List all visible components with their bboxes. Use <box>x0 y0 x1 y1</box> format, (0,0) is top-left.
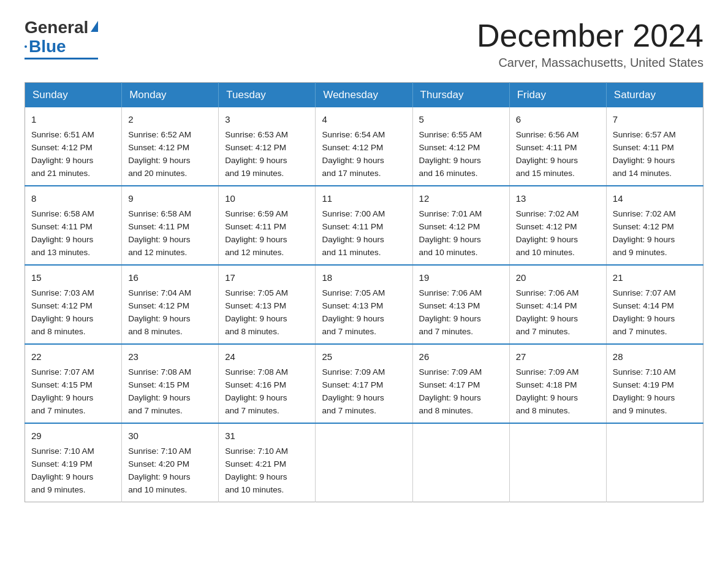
calendar-table: SundayMondayTuesdayWednesdayThursdayFrid… <box>25 82 703 502</box>
daylight-minutes: and 7 minutes. <box>419 327 474 336</box>
calendar-week-row: 29 Sunrise: 7:10 AM Sunset: 4:19 PM Dayl… <box>25 423 703 502</box>
location-label: Carver, Massachusetts, United States <box>477 56 703 70</box>
logo-triangle-icon <box>91 21 98 32</box>
sunrise-label: Sunrise: 7:06 AM <box>516 288 579 297</box>
weekday-header-friday: Friday <box>509 83 606 108</box>
sunrise-label: Sunrise: 7:07 AM <box>613 288 676 297</box>
daylight-label: Daylight: 9 hours <box>613 156 675 165</box>
sunset-label: Sunset: 4:19 PM <box>31 459 93 469</box>
sunrise-label: Sunrise: 6:54 AM <box>322 130 385 139</box>
sunset-label: Sunset: 4:16 PM <box>225 380 286 389</box>
sunrise-label: Sunrise: 6:56 AM <box>516 130 579 139</box>
calendar-cell: 11 Sunrise: 7:00 AM Sunset: 4:11 PM Dayl… <box>316 186 412 265</box>
calendar-cell: 10 Sunrise: 6:59 AM Sunset: 4:11 PM Dayl… <box>219 186 316 265</box>
sunset-label: Sunset: 4:20 PM <box>128 459 189 469</box>
sunrise-label: Sunrise: 6:51 AM <box>31 130 94 139</box>
day-number: 27 <box>516 350 600 364</box>
sunrise-label: Sunrise: 7:10 AM <box>128 446 191 456</box>
calendar-cell: 4 Sunrise: 6:54 AM Sunset: 4:12 PM Dayli… <box>316 107 412 186</box>
calendar-cell: 30 Sunrise: 7:10 AM Sunset: 4:20 PM Dayl… <box>122 423 219 502</box>
sunset-label: Sunset: 4:11 PM <box>225 222 286 231</box>
sunset-label: Sunset: 4:14 PM <box>613 301 674 310</box>
daylight-label: Daylight: 9 hours <box>128 235 190 244</box>
day-number: 11 <box>322 191 406 205</box>
sunset-label: Sunset: 4:15 PM <box>31 380 93 389</box>
daylight-minutes: and 7 minutes. <box>31 406 86 415</box>
daylight-minutes: and 13 minutes. <box>31 248 90 257</box>
day-number: 25 <box>322 350 406 364</box>
calendar-cell: 5 Sunrise: 6:55 AM Sunset: 4:12 PM Dayli… <box>412 107 509 186</box>
calendar-cell: 21 Sunrise: 7:07 AM Sunset: 4:14 PM Dayl… <box>606 265 703 344</box>
sunset-label: Sunset: 4:19 PM <box>613 380 674 389</box>
calendar-cell: 1 Sunrise: 6:51 AM Sunset: 4:12 PM Dayli… <box>25 107 122 186</box>
sunrise-label: Sunrise: 7:06 AM <box>419 288 482 297</box>
sunset-label: Sunset: 4:11 PM <box>128 222 189 231</box>
daylight-label: Daylight: 9 hours <box>419 156 481 165</box>
calendar-cell: 25 Sunrise: 7:09 AM Sunset: 4:17 PM Dayl… <box>316 344 412 423</box>
daylight-minutes: and 10 minutes. <box>225 485 284 494</box>
daylight-minutes: and 20 minutes. <box>128 169 187 178</box>
sunset-label: Sunset: 4:17 PM <box>322 380 383 389</box>
daylight-label: Daylight: 9 hours <box>322 314 384 323</box>
sunrise-label: Sunrise: 7:04 AM <box>128 288 191 297</box>
sunset-label: Sunset: 4:17 PM <box>419 380 480 389</box>
day-number: 14 <box>613 191 697 205</box>
sunrise-label: Sunrise: 7:00 AM <box>322 209 385 218</box>
calendar-cell: 22 Sunrise: 7:07 AM Sunset: 4:15 PM Dayl… <box>25 344 122 423</box>
day-number: 23 <box>128 350 212 364</box>
calendar-cell: 19 Sunrise: 7:06 AM Sunset: 4:13 PM Dayl… <box>412 265 509 344</box>
weekday-header-sunday: Sunday <box>25 83 122 108</box>
calendar-cell: 8 Sunrise: 6:58 AM Sunset: 4:11 PM Dayli… <box>25 186 122 265</box>
daylight-label: Daylight: 9 hours <box>419 235 481 244</box>
calendar-week-row: 22 Sunrise: 7:07 AM Sunset: 4:15 PM Dayl… <box>25 344 703 423</box>
calendar-cell <box>606 423 703 502</box>
sunset-label: Sunset: 4:14 PM <box>516 301 577 310</box>
calendar-cell: 2 Sunrise: 6:52 AM Sunset: 4:12 PM Dayli… <box>122 107 219 186</box>
sunset-label: Sunset: 4:12 PM <box>128 143 189 152</box>
daylight-label: Daylight: 9 hours <box>419 393 481 402</box>
daylight-minutes: and 8 minutes. <box>225 327 279 336</box>
daylight-label: Daylight: 9 hours <box>225 314 287 323</box>
daylight-label: Daylight: 9 hours <box>613 393 675 402</box>
sunrise-label: Sunrise: 7:08 AM <box>225 367 288 377</box>
calendar-cell <box>316 423 412 502</box>
calendar-cell: 16 Sunrise: 7:04 AM Sunset: 4:12 PM Dayl… <box>122 265 219 344</box>
daylight-minutes: and 8 minutes. <box>128 327 183 336</box>
weekday-header-tuesday: Tuesday <box>219 83 316 108</box>
sunset-label: Sunset: 4:11 PM <box>322 222 383 231</box>
daylight-label: Daylight: 9 hours <box>128 314 190 323</box>
sunset-label: Sunset: 4:11 PM <box>31 222 93 231</box>
calendar-cell: 27 Sunrise: 7:09 AM Sunset: 4:18 PM Dayl… <box>509 344 606 423</box>
sunrise-label: Sunrise: 6:53 AM <box>225 130 288 139</box>
sunrise-label: Sunrise: 7:10 AM <box>31 446 94 456</box>
day-number: 28 <box>613 350 697 364</box>
sunrise-label: Sunrise: 7:01 AM <box>419 209 482 218</box>
calendar-cell: 29 Sunrise: 7:10 AM Sunset: 4:19 PM Dayl… <box>25 423 122 502</box>
day-number: 22 <box>31 350 115 364</box>
calendar-cell: 31 Sunrise: 7:10 AM Sunset: 4:21 PM Dayl… <box>219 423 316 502</box>
calendar-cell: 28 Sunrise: 7:10 AM Sunset: 4:19 PM Dayl… <box>606 344 703 423</box>
daylight-minutes: and 7 minutes. <box>516 327 571 336</box>
sunrise-label: Sunrise: 6:57 AM <box>613 130 676 139</box>
logo-general: General <box>25 18 88 37</box>
sunrise-label: Sunrise: 7:09 AM <box>322 367 385 377</box>
sunset-label: Sunset: 4:15 PM <box>128 380 189 389</box>
calendar-cell: 7 Sunrise: 6:57 AM Sunset: 4:11 PM Dayli… <box>606 107 703 186</box>
day-number: 26 <box>419 350 503 364</box>
day-number: 24 <box>225 350 309 364</box>
sunset-label: Sunset: 4:12 PM <box>419 222 480 231</box>
calendar-week-row: 1 Sunrise: 6:51 AM Sunset: 4:12 PM Dayli… <box>25 107 703 186</box>
calendar-cell: 15 Sunrise: 7:03 AM Sunset: 4:12 PM Dayl… <box>25 265 122 344</box>
calendar-cell: 20 Sunrise: 7:06 AM Sunset: 4:14 PM Dayl… <box>509 265 606 344</box>
daylight-label: Daylight: 9 hours <box>225 235 287 244</box>
day-number: 9 <box>128 191 212 205</box>
sunset-label: Sunset: 4:18 PM <box>516 380 577 389</box>
sunset-label: Sunset: 4:13 PM <box>225 301 286 310</box>
daylight-label: Daylight: 9 hours <box>516 314 578 323</box>
sunrise-label: Sunrise: 7:02 AM <box>613 209 676 218</box>
sunset-label: Sunset: 4:13 PM <box>419 301 480 310</box>
day-number: 15 <box>31 270 115 285</box>
calendar-cell: 6 Sunrise: 6:56 AM Sunset: 4:11 PM Dayli… <box>509 107 606 186</box>
daylight-minutes: and 8 minutes. <box>419 406 474 415</box>
daylight-minutes: and 14 minutes. <box>613 169 672 178</box>
